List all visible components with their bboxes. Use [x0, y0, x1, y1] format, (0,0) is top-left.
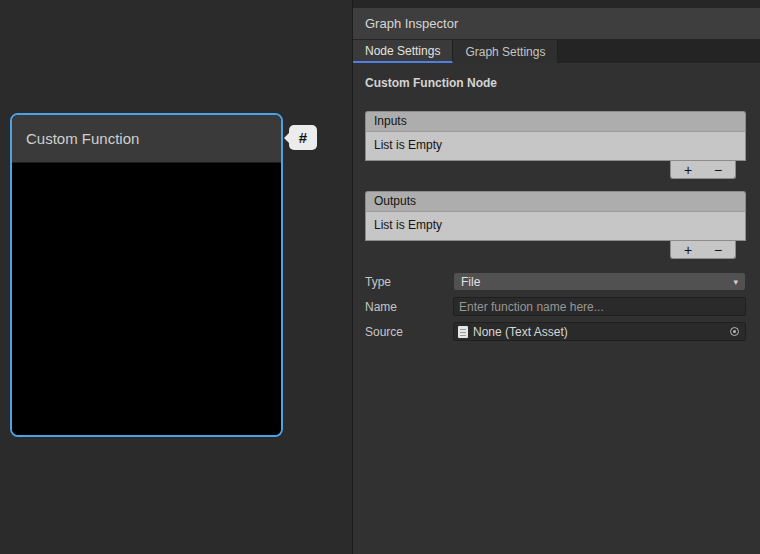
- inputs-list-footer: + −: [365, 161, 746, 179]
- graph-canvas[interactable]: Custom Function #: [0, 0, 352, 554]
- type-field-row: Type File ▾: [365, 272, 746, 291]
- node-header[interactable]: Custom Function: [12, 115, 281, 163]
- inputs-list-toolbar: + −: [670, 161, 736, 179]
- inspector-title: Graph Inspector: [365, 16, 458, 31]
- outputs-list-body: List is Empty: [365, 212, 746, 241]
- source-label: Source: [365, 325, 453, 339]
- outputs-list: Outputs List is Empty + −: [365, 191, 746, 259]
- custom-function-node[interactable]: Custom Function: [10, 113, 283, 437]
- node-docs-badge[interactable]: #: [289, 125, 317, 150]
- outputs-remove-button[interactable]: −: [705, 243, 731, 257]
- node-preview: [12, 163, 281, 437]
- inputs-empty-text: List is Empty: [374, 138, 442, 152]
- outputs-list-header[interactable]: Outputs: [365, 191, 746, 212]
- name-label: Name: [365, 300, 453, 314]
- outputs-list-toolbar: + −: [670, 241, 736, 259]
- graph-inspector-panel: Graph Inspector Node Settings Graph Sett…: [352, 0, 760, 554]
- object-picker-button[interactable]: [726, 324, 742, 339]
- source-object-field[interactable]: None (Text Asset): [453, 322, 746, 341]
- inputs-add-button[interactable]: +: [675, 163, 701, 177]
- node-title: Custom Function: [26, 130, 139, 147]
- inputs-list-body: List is Empty: [365, 132, 746, 161]
- outputs-list-footer: + −: [365, 241, 746, 259]
- inputs-list-title: Inputs: [374, 114, 407, 128]
- type-dropdown-value: File: [461, 275, 480, 289]
- function-name-input[interactable]: [453, 297, 746, 316]
- outputs-list-title: Outputs: [374, 194, 416, 208]
- inputs-list-header[interactable]: Inputs: [365, 111, 746, 132]
- hash-icon: #: [299, 129, 307, 146]
- text-asset-icon: [458, 326, 468, 338]
- inputs-list: Inputs List is Empty + −: [365, 111, 746, 179]
- tab-node-settings[interactable]: Node Settings: [353, 40, 453, 63]
- source-field-row: Source None (Text Asset): [365, 322, 746, 341]
- node-type-heading: Custom Function Node: [365, 76, 746, 90]
- object-picker-icon: [730, 327, 739, 336]
- name-field-row: Name: [365, 297, 746, 316]
- inspector-tab-bar: Node Settings Graph Settings: [353, 40, 760, 63]
- source-object-value: None (Text Asset): [473, 325, 568, 339]
- inspector-content: Custom Function Node Inputs List is Empt…: [353, 63, 760, 554]
- chevron-down-icon: ▾: [733, 277, 738, 287]
- panel-top-strip: [353, 0, 760, 8]
- inputs-remove-button[interactable]: −: [705, 163, 731, 177]
- type-label: Type: [365, 275, 453, 289]
- type-dropdown[interactable]: File ▾: [453, 272, 746, 291]
- tab-graph-settings[interactable]: Graph Settings: [453, 40, 558, 63]
- outputs-empty-text: List is Empty: [374, 218, 442, 232]
- inspector-titlebar[interactable]: Graph Inspector: [353, 8, 760, 40]
- outputs-add-button[interactable]: +: [675, 243, 701, 257]
